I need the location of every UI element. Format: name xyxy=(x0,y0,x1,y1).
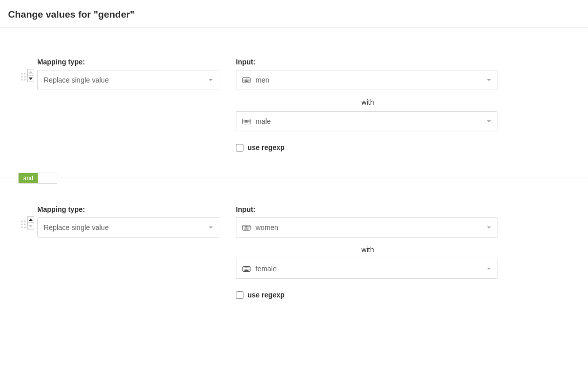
svg-rect-29 xyxy=(249,226,250,227)
chevron-down-icon xyxy=(487,79,491,81)
svg-rect-19 xyxy=(245,121,246,122)
svg-rect-7 xyxy=(245,80,246,81)
svg-rect-23 xyxy=(244,122,248,123)
replace-value: female xyxy=(256,265,487,273)
svg-rect-35 xyxy=(244,228,248,229)
use-regexp-label[interactable]: use regexp xyxy=(247,143,285,151)
input-value: women xyxy=(256,223,487,232)
move-up-button[interactable] xyxy=(27,216,34,223)
svg-rect-6 xyxy=(244,80,245,81)
mapping-type-value: Replace single value xyxy=(44,76,209,84)
move-down-button[interactable] xyxy=(27,75,34,82)
rule-row: Mapping type: Replace single value Input… xyxy=(0,205,588,319)
svg-rect-11 xyxy=(244,81,248,82)
input-label: Input: xyxy=(236,58,499,66)
svg-rect-28 xyxy=(247,226,248,227)
svg-rect-40 xyxy=(247,267,248,268)
svg-rect-22 xyxy=(249,121,250,122)
drag-handle-icon[interactable] xyxy=(21,73,26,81)
svg-rect-34 xyxy=(249,227,250,228)
svg-rect-45 xyxy=(247,269,248,270)
input-value: men xyxy=(256,76,487,84)
mapping-type-select[interactable]: Replace single value xyxy=(37,70,219,90)
svg-rect-15 xyxy=(246,120,247,121)
svg-rect-8 xyxy=(246,80,247,81)
drag-handle-icon[interactable] xyxy=(21,220,26,228)
svg-rect-39 xyxy=(246,267,247,268)
rule-row: Mapping type: Replace single value Input… xyxy=(0,58,588,172)
with-label: with xyxy=(236,98,499,106)
keyboard-icon xyxy=(242,119,250,124)
svg-rect-16 xyxy=(247,120,248,121)
rules-area: Mapping type: Replace single value Input… xyxy=(0,28,588,319)
svg-rect-9 xyxy=(247,80,248,81)
chevron-down-icon xyxy=(29,78,33,80)
svg-rect-10 xyxy=(249,80,250,81)
svg-rect-33 xyxy=(247,227,248,228)
input-value-select[interactable]: women xyxy=(236,217,497,238)
svg-rect-31 xyxy=(245,227,246,228)
svg-rect-43 xyxy=(245,269,246,270)
logic-connector[interactable]: and xyxy=(18,173,57,184)
use-regexp-label[interactable]: use regexp xyxy=(247,291,285,299)
svg-rect-5 xyxy=(249,79,250,80)
move-up-button[interactable] xyxy=(27,69,34,75)
svg-rect-41 xyxy=(249,267,250,268)
svg-rect-42 xyxy=(244,269,245,270)
keyboard-icon xyxy=(242,225,250,231)
replace-value-select[interactable]: male xyxy=(236,111,497,131)
chevron-down-icon xyxy=(487,268,491,270)
connector-and[interactable]: and xyxy=(19,173,38,183)
svg-rect-38 xyxy=(245,267,246,268)
svg-rect-4 xyxy=(247,79,248,80)
svg-rect-1 xyxy=(244,79,245,80)
svg-rect-21 xyxy=(247,121,248,122)
chevron-down-icon xyxy=(209,79,213,81)
svg-rect-26 xyxy=(245,226,246,227)
mapping-type-value: Replace single value xyxy=(44,223,209,232)
svg-rect-25 xyxy=(244,226,245,227)
chevron-down-icon xyxy=(487,226,491,228)
chevron-up-icon xyxy=(29,218,33,221)
dialog-title: Change values for "gender" xyxy=(8,9,580,20)
svg-rect-17 xyxy=(249,120,250,121)
svg-rect-20 xyxy=(246,121,247,122)
svg-rect-3 xyxy=(246,79,247,80)
mapping-type-select[interactable]: Replace single value xyxy=(37,217,219,238)
use-regexp-checkbox[interactable] xyxy=(236,291,243,299)
with-label: with xyxy=(236,246,499,254)
svg-rect-32 xyxy=(246,227,247,228)
dialog-header: Change values for "gender" xyxy=(0,0,588,28)
svg-rect-27 xyxy=(246,226,247,227)
svg-rect-2 xyxy=(245,79,246,80)
svg-rect-44 xyxy=(246,269,247,270)
svg-rect-13 xyxy=(244,120,245,121)
connector-divider: and xyxy=(0,178,588,178)
mapping-type-label: Mapping type: xyxy=(37,205,219,213)
move-down-button[interactable] xyxy=(27,223,34,229)
input-label: Input: xyxy=(236,205,499,213)
replace-value: male xyxy=(256,117,487,125)
svg-rect-18 xyxy=(244,121,245,122)
mapping-type-label: Mapping type: xyxy=(37,58,219,66)
svg-rect-14 xyxy=(245,120,246,121)
svg-rect-37 xyxy=(244,267,245,268)
input-value-select[interactable]: men xyxy=(236,70,497,90)
svg-rect-47 xyxy=(244,270,248,271)
chevron-down-icon xyxy=(209,226,213,228)
keyboard-icon xyxy=(242,266,250,272)
keyboard-icon xyxy=(242,78,250,83)
replace-value-select[interactable]: female xyxy=(236,259,497,279)
svg-rect-30 xyxy=(244,227,245,228)
chevron-down-icon xyxy=(487,120,491,122)
connector-blank[interactable] xyxy=(38,173,57,183)
chevron-up-icon xyxy=(29,71,33,73)
chevron-down-icon xyxy=(29,225,33,227)
svg-rect-46 xyxy=(249,269,250,270)
use-regexp-checkbox[interactable] xyxy=(236,144,243,151)
